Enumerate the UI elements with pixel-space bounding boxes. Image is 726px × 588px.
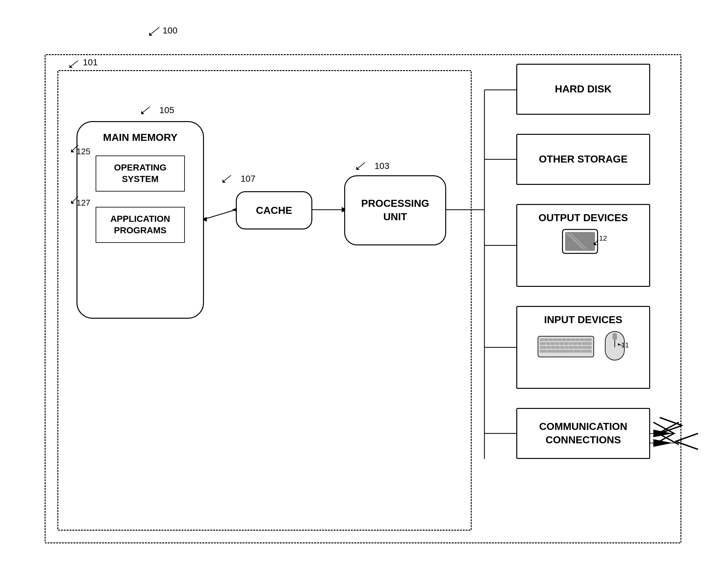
svg-rect-54 [576, 338, 579, 341]
svg-rect-53 [571, 338, 575, 341]
svg-line-24 [72, 196, 78, 203]
svg-text:115: 115 [537, 359, 548, 360]
svg-rect-70 [556, 346, 560, 349]
svg-text:121: 121 [599, 234, 607, 242]
svg-text:117: 117 [621, 341, 629, 349]
svg-rect-73 [569, 346, 573, 349]
hard-disk-box: HARD DISK [516, 64, 650, 115]
keyboard-svg: 115 [537, 335, 598, 360]
svg-line-28 [357, 163, 365, 169]
comm-arrows-svg [657, 408, 701, 459]
svg-rect-69 [551, 346, 555, 349]
output-devices-label: OUTPUT DEVICES [539, 211, 628, 225]
ref-105: 105 [159, 105, 174, 115]
cache-label: CACHE [256, 205, 292, 216]
svg-line-26 [223, 175, 231, 182]
svg-marker-42 [594, 242, 597, 245]
svg-rect-71 [560, 346, 564, 349]
svg-rect-72 [565, 346, 569, 349]
svg-line-18 [70, 61, 78, 67]
svg-rect-61 [560, 342, 563, 345]
svg-rect-63 [569, 342, 572, 345]
hard-disk-label: HARD DISK [555, 83, 612, 96]
svg-rect-51 [562, 338, 566, 341]
svg-rect-77 [540, 350, 547, 353]
svg-rect-84 [613, 333, 617, 340]
svg-rect-46 [540, 338, 544, 341]
svg-rect-50 [558, 338, 561, 341]
input-devices-box: INPUT DEVICES [516, 306, 650, 389]
monitor-svg: 121 [559, 228, 607, 263]
processing-label: PROCESSINGUNIT [361, 197, 429, 224]
svg-rect-56 [584, 338, 592, 341]
application-programs-box: APPLICATIONPROGRAMS [95, 207, 185, 243]
output-devices-box: OUTPUT DEVICES 121 [516, 204, 650, 287]
comm-connections-box: COMMUNICATIONCONNECTIONS [516, 408, 650, 459]
svg-rect-74 [574, 346, 577, 349]
svg-rect-59 [551, 342, 555, 345]
main-memory-box: MAIN MEMORY 125 OPERATINGSYSTEM 127 APPL… [77, 121, 204, 319]
svg-rect-79 [574, 350, 581, 353]
cache-box: CACHE [236, 191, 312, 229]
svg-rect-37 [565, 232, 595, 251]
os-label: OPERATINGSYSTEM [103, 162, 178, 185]
ref-103: 103 [375, 161, 389, 171]
svg-rect-67 [540, 346, 546, 349]
other-storage-label: OTHER STORAGE [539, 153, 628, 166]
processing-unit-box: PROCESSINGUNIT [344, 175, 446, 246]
app-label: APPLICATIONPROGRAMS [103, 213, 178, 236]
svg-line-16 [150, 27, 159, 35]
main-memory-label: MAIN MEMORY [103, 132, 177, 143]
ref-101: 101 [83, 57, 98, 67]
svg-rect-64 [573, 342, 577, 345]
svg-rect-65 [577, 342, 581, 345]
ref-107: 107 [241, 174, 256, 184]
svg-rect-47 [544, 338, 548, 341]
svg-rect-57 [540, 342, 546, 345]
svg-rect-75 [578, 346, 582, 349]
svg-rect-48 [549, 338, 553, 341]
svg-rect-80 [581, 350, 592, 353]
input-devices-label: INPUT DEVICES [544, 313, 622, 327]
ref-100: 100 [163, 25, 177, 36]
monitor-icon-wrap: 121 [559, 228, 607, 263]
other-storage-box: OTHER STORAGE [516, 134, 650, 185]
diagram-container: 100 101 105 MAIN MEMORY 125 OPERATINGSYS… [19, 19, 707, 569]
svg-rect-78 [548, 350, 573, 353]
svg-rect-52 [567, 338, 571, 341]
svg-line-22 [72, 145, 78, 151]
svg-rect-55 [580, 338, 584, 341]
svg-rect-58 [546, 342, 550, 345]
operating-system-box: OPERATINGSYSTEM [95, 155, 185, 191]
svg-line-20 [142, 107, 150, 113]
mouse-svg: 117 [600, 330, 629, 365]
comm-connections-label: COMMUNICATIONCONNECTIONS [539, 420, 627, 446]
svg-rect-76 [582, 346, 592, 349]
svg-rect-62 [564, 342, 568, 345]
svg-rect-68 [547, 346, 551, 349]
svg-rect-60 [555, 342, 559, 345]
svg-rect-66 [582, 342, 592, 345]
svg-rect-49 [553, 338, 557, 341]
input-icons-row: 115 117 [537, 330, 629, 365]
